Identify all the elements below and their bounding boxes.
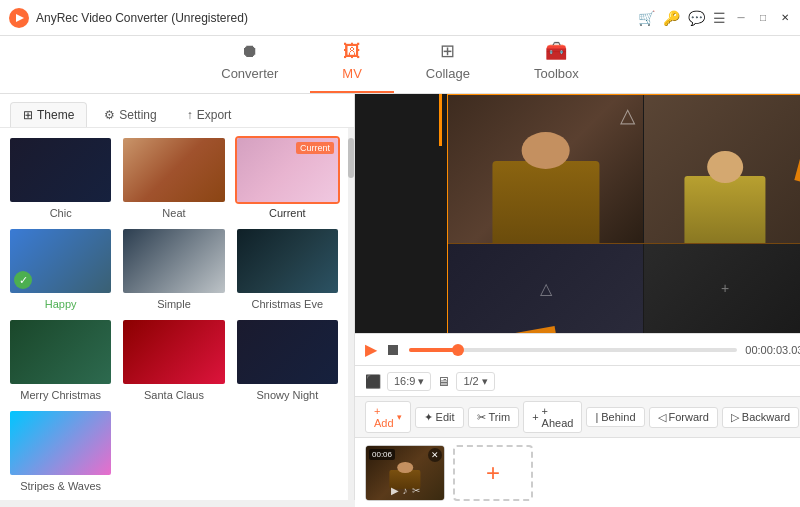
backward-button[interactable]: ▷ Backward	[722, 407, 799, 428]
add-chevron: ▾	[397, 412, 402, 422]
clip-play-icon: ▶	[391, 485, 399, 496]
key-icon[interactable]: 🔑	[663, 10, 680, 26]
panel-tab-theme[interactable]: ⊞ Theme	[10, 102, 87, 127]
timeline-area: 00:06 ▶ ♪ ✂ ✕ +	[355, 437, 800, 507]
behind-icon: |	[595, 411, 598, 423]
theme-stripes-waves[interactable]: Stripes & Waves	[8, 409, 113, 492]
plus-icon: +	[721, 280, 729, 296]
cart-icon[interactable]: 🛒	[638, 10, 655, 26]
ahead-button[interactable]: + + Ahead	[523, 401, 582, 433]
theme-tab-icon: ⊞	[23, 108, 33, 122]
right-panel: △ △	[355, 94, 800, 507]
clip-scissors-icon: ✂	[412, 485, 420, 496]
tab-collage[interactable]: ⊞ Collage	[394, 32, 502, 93]
theme-happy-label: Happy	[8, 298, 113, 310]
minimize-button[interactable]: ─	[734, 11, 748, 25]
forward-button[interactable]: ◁ Forward	[649, 407, 718, 428]
setting-tab-icon: ⚙	[104, 108, 115, 122]
menu-icon[interactable]: ☰	[713, 10, 726, 26]
orange-deco-br	[735, 282, 800, 334]
tab-converter-label: Converter	[221, 66, 278, 81]
theme-snowy-night[interactable]: Snowy Night	[235, 318, 340, 401]
tab-mv[interactable]: 🖼 MV	[310, 33, 394, 93]
theme-snowy-night-label: Snowy Night	[235, 389, 340, 401]
title-bar: AnyRec Video Converter (Unregistered) 🛒 …	[0, 0, 800, 36]
video-cell-bl: △	[448, 244, 643, 333]
theme-grid: Chic Neat Current	[0, 128, 348, 500]
play-button[interactable]: ▶	[365, 340, 377, 359]
scrollbar-thumb[interactable]	[348, 138, 354, 178]
trim-button[interactable]: ✂ Trim	[468, 407, 520, 428]
triangle-tl: △	[620, 103, 635, 127]
head	[521, 132, 570, 169]
edit-label: Edit	[436, 411, 455, 423]
theme-merry-christmas[interactable]: Merry Christmas	[8, 318, 113, 401]
bottom-toolbar: + Add ▾ ✦ Edit ✂ Trim + + Ahead | Behind…	[355, 396, 800, 437]
theme-merry-christmas-label: Merry Christmas	[8, 389, 113, 401]
clip-icons: ▶ ♪ ✂	[366, 485, 444, 496]
export-tab-label: Export	[197, 108, 232, 122]
add-clip-icon: +	[486, 459, 500, 487]
panel-tab-setting[interactable]: ⚙ Setting	[91, 102, 169, 127]
theme-chic[interactable]: Chic	[8, 136, 113, 219]
triangle-bl: △	[540, 279, 552, 298]
shirt	[492, 161, 599, 242]
theme-simple[interactable]: Simple	[121, 227, 226, 310]
behind-button[interactable]: | Behind	[586, 407, 644, 427]
trim-label: Trim	[489, 411, 511, 423]
theme-neat-label: Neat	[121, 207, 226, 219]
close-button[interactable]: ✕	[778, 11, 792, 25]
theme-tab-label: Theme	[37, 108, 74, 122]
edit-icon: ✦	[424, 411, 433, 424]
current-badge: Current	[296, 142, 334, 154]
theme-current[interactable]: Current Current	[235, 136, 340, 219]
theme-christmas-eve[interactable]: Christmas Eve	[235, 227, 340, 310]
tab-toolbox[interactable]: 🧰 Toolbox	[502, 32, 611, 93]
theme-current-label: Current	[235, 207, 340, 219]
export-tab-icon: ↑	[187, 108, 193, 122]
theme-santa-claus-label: Santa Claus	[121, 389, 226, 401]
aspect-ratio-value: 16:9	[394, 375, 415, 387]
panel-tabs: ⊞ Theme ⚙ Setting ↑ Export	[0, 94, 354, 128]
aspect-controls: ⬛ 16:9 ▾ 🖥 1/2 ▾ Export	[355, 365, 800, 396]
converter-icon: ⏺	[241, 41, 259, 62]
maximize-button[interactable]: □	[756, 11, 770, 25]
theme-neat[interactable]: Neat	[121, 136, 226, 219]
behind-label: Behind	[601, 411, 635, 423]
aspect-ratio-select[interactable]: 16:9 ▾	[387, 372, 431, 391]
nav-tabs: ⏺ Converter 🖼 MV ⊞ Collage 🧰 Toolbox	[0, 36, 800, 94]
aspect-ratio-chevron: ▾	[418, 375, 424, 388]
theme-happy[interactable]: ✓ Happy	[8, 227, 113, 310]
video-cell-tr	[644, 95, 800, 243]
edit-button[interactable]: ✦ Edit	[415, 407, 464, 428]
timeline-clip[interactable]: 00:06 ▶ ♪ ✂ ✕	[365, 445, 445, 501]
chat-icon[interactable]: 💬	[688, 10, 705, 26]
page-value: 1/2	[463, 375, 478, 387]
forward-icon: ◁	[658, 411, 666, 424]
theme-simple-label: Simple	[121, 298, 226, 310]
theme-santa-claus[interactable]: Santa Claus	[121, 318, 226, 401]
add-clip-button[interactable]: +	[453, 445, 533, 501]
page-chevron: ▾	[482, 375, 488, 388]
progress-track[interactable]	[409, 348, 737, 352]
add-button[interactable]: + Add ▾	[365, 401, 411, 433]
clip-close-button[interactable]: ✕	[428, 448, 442, 462]
stop-button[interactable]: ⏹	[385, 341, 401, 359]
progress-fill	[409, 348, 458, 352]
tab-toolbox-label: Toolbox	[534, 66, 579, 81]
page-select[interactable]: 1/2 ▾	[456, 372, 494, 391]
left-panel: ⊞ Theme ⚙ Setting ↑ Export	[0, 94, 355, 507]
left-panel-inner: ⊞ Theme ⚙ Setting ↑ Export	[0, 94, 355, 500]
current-time: 00:00:03.03	[745, 344, 800, 356]
tab-converter[interactable]: ⏺ Converter	[189, 33, 310, 93]
scrollbar[interactable]	[348, 128, 354, 500]
window-controls: 🛒 🔑 💬 ☰ ─ □ ✕	[638, 10, 792, 26]
backward-label: Backward	[742, 411, 790, 423]
panel-tab-export[interactable]: ↑ Export	[174, 102, 245, 127]
app-title: AnyRec Video Converter (Unregistered)	[36, 11, 638, 25]
theme-chic-label: Chic	[8, 207, 113, 219]
progress-thumb[interactable]	[452, 344, 464, 356]
display-icon: 🖥	[437, 374, 450, 389]
app-logo	[8, 7, 30, 29]
collage-icon: ⊞	[440, 40, 455, 62]
